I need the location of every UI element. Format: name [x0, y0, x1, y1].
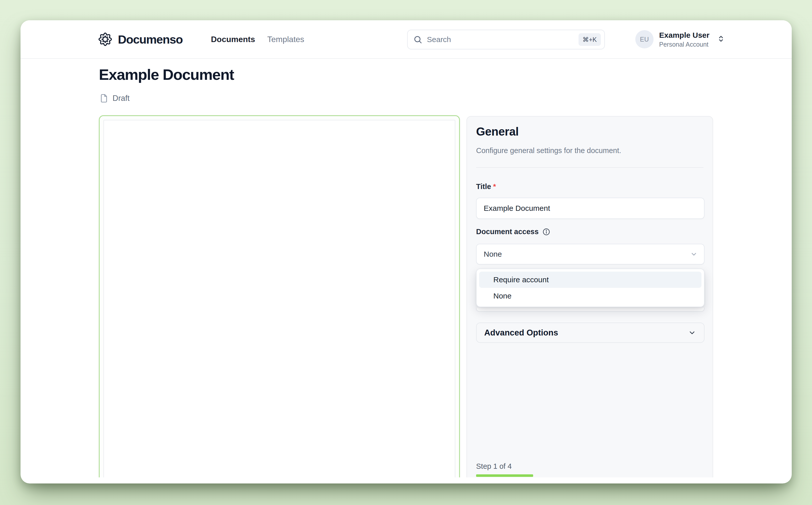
title-field-label: Title * [476, 182, 496, 191]
document-access-dropdown: Require account None [476, 269, 704, 307]
document-preview-card [99, 115, 460, 477]
user-account-type: Personal Account [659, 40, 709, 48]
nav-item-documents[interactable]: Documents [211, 35, 255, 44]
chevrons-up-down-icon [716, 34, 725, 44]
chevron-down-icon [690, 250, 698, 258]
advanced-options-label: Advanced Options [484, 328, 688, 338]
pdf-page [104, 120, 455, 477]
selected-value: None [484, 250, 690, 259]
nav-item-templates[interactable]: Templates [267, 35, 304, 44]
general-settings-card: General Configure general settings for t… [466, 116, 713, 477]
step-progress-bar [476, 474, 533, 477]
document-status: Draft [99, 94, 130, 103]
file-icon [99, 94, 109, 103]
title-input[interactable] [476, 198, 704, 219]
step-progress-track [476, 474, 704, 477]
page-title: Example Document [99, 65, 234, 84]
app-window: Documenso Documents Templates ⌘+K EU Exa… [20, 20, 792, 484]
card-description: Configure general settings for the docum… [476, 147, 621, 155]
info-icon[interactable] [542, 228, 550, 236]
user-names: Example User Personal Account [659, 31, 709, 48]
user-name: Example User [659, 31, 709, 40]
card-title: General [476, 125, 519, 138]
document-access-label-text: Document access [476, 227, 539, 236]
top-navigation-bar: Documenso Documents Templates ⌘+K EU Exa… [20, 20, 792, 59]
field-behind-dropdown [476, 308, 704, 312]
chevron-down-icon [688, 328, 696, 337]
avatar: EU [635, 30, 654, 48]
title-label-text: Title [476, 182, 491, 191]
main-content: Example Document Draft General Configure… [20, 59, 792, 477]
step-indicator: Step 1 of 4 [476, 462, 512, 471]
search-icon [413, 35, 422, 44]
document-access-select[interactable]: None [476, 244, 704, 265]
search-bar[interactable]: ⌘+K [407, 30, 605, 49]
dropdown-option-none[interactable]: None [479, 288, 701, 304]
dropdown-option-require-account[interactable]: Require account [479, 272, 701, 288]
brand-name: Documenso [118, 32, 183, 46]
desktop-background: { "header": { "brand": "Documenso", "nav… [0, 0, 812, 505]
divider [476, 167, 703, 168]
search-shortcut-badge: ⌘+K [578, 33, 601, 46]
main-nav: Documents Templates [211, 20, 304, 58]
account-menu-button[interactable]: EU Example User Personal Account [635, 20, 725, 58]
required-asterisk: * [493, 182, 496, 191]
status-badge: Draft [113, 94, 130, 103]
advanced-options-toggle[interactable]: Advanced Options [476, 323, 704, 343]
search-input[interactable] [422, 30, 578, 49]
documenso-rosette-icon [98, 32, 112, 46]
documenso-logo[interactable]: Documenso [98, 20, 183, 58]
document-access-label: Document access [476, 227, 550, 236]
